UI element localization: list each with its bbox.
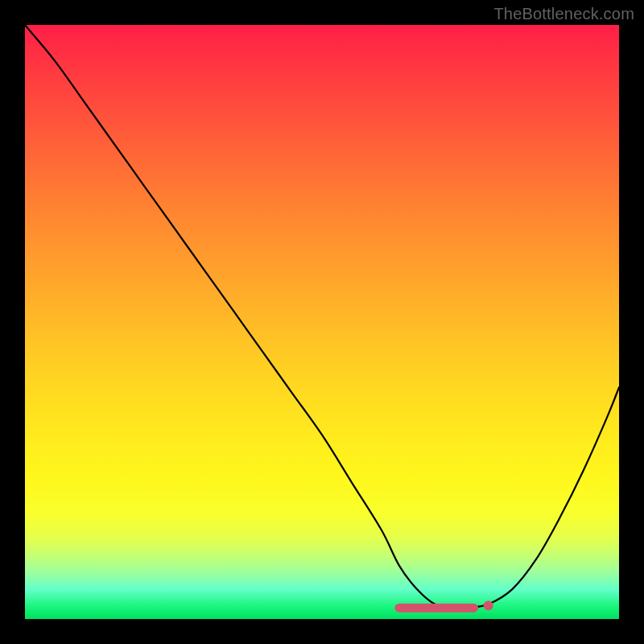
chart-frame: TheBottleneck.com [0, 0, 644, 644]
optimal-range-end-dot [484, 601, 493, 610]
bottleneck-curve [25, 25, 619, 608]
plot-area [25, 25, 619, 619]
bottleneck-curve-svg [25, 25, 619, 619]
attribution-text: TheBottleneck.com [493, 5, 634, 23]
